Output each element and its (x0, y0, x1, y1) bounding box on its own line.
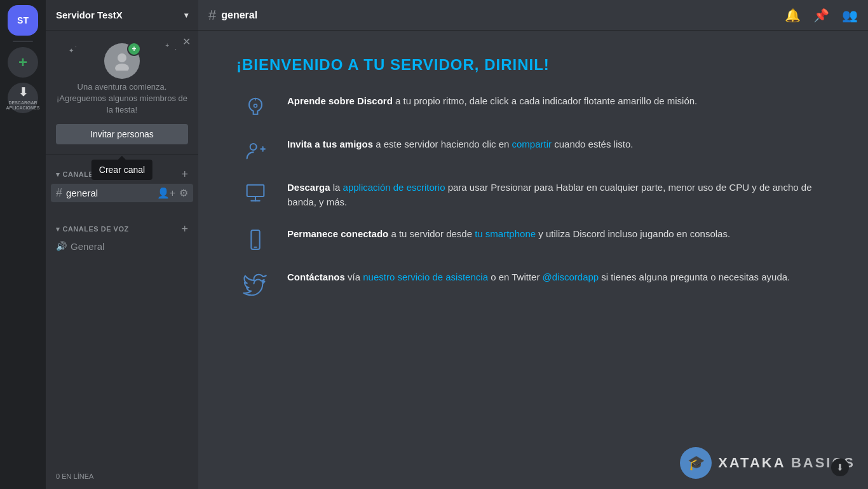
welcome-area: ¡BIENVENIDO A TU SERVIDOR, DIRINIL! Apre… (198, 31, 868, 489)
channel-header-hash-icon: # (208, 7, 216, 24)
avatar (104, 43, 140, 79)
feature-learn-strong: Aprende sobre Discord (287, 95, 393, 106)
scroll-to-bottom-button[interactable]: ⬇ (831, 458, 849, 476)
pin-icon[interactable]: 📌 (813, 8, 829, 23)
svg-point-0 (118, 53, 126, 62)
download-arrow-icon: ⬇ (18, 85, 28, 99)
voice-channels-label: ▾ CANALES DE VOZ (56, 225, 129, 233)
server-bar: ST + ⬇ DESCARGAR APLICACIONES (0, 0, 46, 489)
feature-contact-text1: vía (348, 272, 363, 282)
svg-rect-10 (251, 230, 259, 249)
download-apps-button[interactable]: ⬇ DESCARGAR APLICACIONES (8, 83, 38, 113)
speaker-icon: 🔊 (56, 241, 67, 251)
user-silhouette-icon (112, 52, 132, 71)
server-divider (13, 41, 33, 42)
sparkle-icon: + (165, 42, 169, 49)
xataka-logo-icon: 🎓 (680, 447, 712, 479)
add-voice-channel-button[interactable]: + (181, 223, 188, 236)
settings-channel-icon[interactable]: ⚙ (179, 187, 188, 199)
add-member-channel-icon[interactable]: 👤+ (157, 187, 175, 199)
invite-area: ✕ · ✦ + · Una aventura comienza. ¡Agregu… (46, 31, 198, 155)
server-name: Servidor TestX (56, 10, 123, 20)
welcome-title: ¡BIENVENIDO A TU SERVIDOR, DIRINIL! (236, 56, 830, 74)
feature-learn-text: a tu propio ritmo, dale click a cada ind… (395, 95, 697, 106)
feature-contact-strong: Contáctanos (287, 272, 345, 282)
feature-text-mobile: Permanece conectado a tu servidor desde … (287, 227, 830, 242)
feature-item-mobile: Permanece conectado a tu servidor desde … (236, 227, 830, 252)
xataka-basics-watermark: 🎓 XATAKA BASICS (680, 447, 855, 479)
feature-item-download: Descarga la applicación de escritorio pa… (236, 181, 830, 209)
invite-intro-text: Una aventura comienza. ¡Agreguemos algun… (56, 81, 188, 116)
invite-friends-icon (243, 137, 268, 163)
sidebar: Servidor TestX ▾ ✕ · ✦ + · Una aventura … (46, 0, 198, 489)
contact-icon-wrap (236, 270, 275, 296)
voice-channel-name: General (71, 241, 104, 252)
invite-icon-wrap (236, 137, 275, 163)
voice-channels-section: ▾ CANALES DE VOZ + 🔊 General (46, 210, 198, 254)
feature-download-strong: Descarga (287, 182, 330, 193)
feature-list: Aprende sobre Discord a tu propio ritmo,… (236, 94, 830, 296)
support-service-link[interactable]: nuestro servicio de asistencia (363, 272, 488, 282)
feature-item-contact: Contáctanos vía nuestro servicio de asis… (236, 270, 830, 296)
sparkle-icon: · (75, 43, 77, 50)
members-panel-icon[interactable]: 👥 (842, 8, 858, 23)
add-server-button[interactable]: + (8, 47, 38, 78)
channel-item-general[interactable]: # general 👤+ ⚙ (51, 184, 193, 202)
feature-text-invite: Invita a tus amigos a este servidor haci… (287, 137, 830, 152)
server-icon-st[interactable]: ST (8, 5, 38, 36)
feature-invite-strong: Invita a tus amigos (287, 139, 373, 149)
chevron-down-icon: ▾ (184, 11, 188, 20)
feature-text-download: Descarga la applicación de escritorio pa… (287, 181, 830, 209)
twitter-bird-icon (243, 270, 268, 296)
channel-header: # general 🔔 📌 👥 (198, 0, 868, 31)
feature-contact-text3: si tienes alguna pregunta o necesitas ay… (601, 272, 790, 282)
channel-name: general (66, 188, 98, 198)
discordapp-twitter-link[interactable]: @discordapp (543, 272, 599, 282)
feature-item-learn: Aprende sobre Discord a tu propio ritmo,… (236, 94, 830, 120)
svg-rect-7 (247, 185, 264, 196)
sparkle-icon: ✦ (69, 47, 74, 54)
feature-mobile-text2: y utiliza Discord incluso jugando en con… (538, 228, 730, 239)
smartphone-icon (243, 227, 268, 252)
feature-contact-text2: o en Twitter (491, 272, 542, 282)
channel-hash-icon: # (56, 186, 62, 200)
feature-download-text1: la (333, 182, 343, 193)
header-icons: 🔔 📌 👥 (785, 8, 858, 23)
add-text-channel-button[interactable]: + (181, 168, 188, 181)
feature-text-contact: Contáctanos vía nuestro servicio de asis… (287, 270, 830, 285)
desktop-app-icon (243, 181, 268, 206)
create-channel-tooltip: Crear canal (92, 160, 153, 180)
learn-icon-wrap (236, 94, 275, 120)
mobile-icon-wrap (236, 227, 275, 252)
feature-text-learn: Aprende sobre Discord a tu propio ritmo,… (287, 94, 830, 109)
desktop-app-link[interactable]: applicación de escritorio (343, 182, 445, 193)
notification-bell-icon[interactable]: 🔔 (785, 8, 801, 23)
invite-icons-area: · ✦ + · (56, 41, 188, 79)
voice-channel-item-general[interactable]: 🔊 General (51, 238, 193, 254)
svg-point-2 (254, 104, 257, 107)
main-content: # general 🔔 📌 👥 ¡BIENVENIDO A TU SERVIDO… (198, 0, 868, 489)
svg-point-1 (115, 64, 129, 71)
category-chevron-icon: ▾ (56, 170, 60, 179)
sparkle-icon: · (175, 46, 177, 53)
feature-mobile-text1: a tu servidor desde (391, 228, 475, 239)
compartir-link[interactable]: compartir (512, 139, 552, 149)
feature-mobile-strong: Permanece conectado (287, 228, 388, 239)
feature-item-invite: Invita a tus amigos a este servidor haci… (236, 137, 830, 163)
online-count-area: 0 EN LÍNEA (46, 462, 198, 489)
smartphone-link[interactable]: tu smartphone (475, 228, 536, 239)
feature-invite-text2: cuando estés listo. (554, 139, 633, 149)
category-chevron-icon: ▾ (56, 225, 60, 233)
online-count: 0 EN LÍNEA (56, 472, 93, 480)
invite-people-button[interactable]: Invitar personas (56, 124, 188, 144)
learn-discord-icon (243, 94, 268, 120)
svg-point-4 (250, 144, 257, 150)
voice-channels-category[interactable]: ▾ CANALES DE VOZ + (51, 220, 193, 238)
server-header[interactable]: Servidor TestX ▾ (46, 0, 198, 31)
channel-actions: 👤+ ⚙ (157, 187, 188, 199)
channel-header-name: general (221, 10, 257, 21)
download-icon-wrap (236, 181, 275, 206)
download-label: DESCARGAR APLICACIONES (6, 100, 40, 110)
feature-invite-text: a este servidor haciendo clic en (376, 139, 512, 149)
